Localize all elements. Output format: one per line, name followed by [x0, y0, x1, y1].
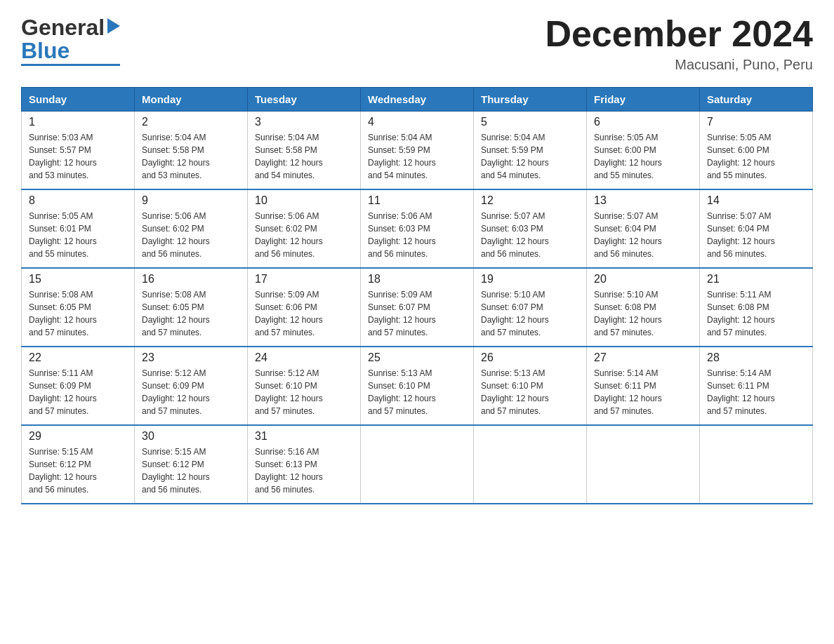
day-info: Sunrise: 5:13 AM Sunset: 6:10 PM Dayligh… [368, 367, 466, 417]
logo-blue-text: Blue [21, 39, 120, 62]
day-number: 25 [368, 351, 466, 364]
calendar-header-row: Sunday Monday Tuesday Wednesday Thursday… [22, 88, 813, 112]
calendar-day-cell: 12 Sunrise: 5:07 AM Sunset: 6:03 PM Dayl… [474, 189, 587, 268]
day-info: Sunrise: 5:14 AM Sunset: 6:11 PM Dayligh… [594, 367, 692, 417]
header-sunday: Sunday [22, 88, 135, 112]
day-info: Sunrise: 5:05 AM Sunset: 6:00 PM Dayligh… [594, 131, 692, 182]
day-info: Sunrise: 5:15 AM Sunset: 6:12 PM Dayligh… [29, 445, 127, 496]
calendar-day-cell [587, 425, 700, 504]
day-info: Sunrise: 5:13 AM Sunset: 6:10 PM Dayligh… [481, 367, 579, 417]
calendar-day-cell: 23 Sunrise: 5:12 AM Sunset: 6:09 PM Dayl… [135, 347, 248, 425]
calendar-day-cell: 16 Sunrise: 5:08 AM Sunset: 6:05 PM Dayl… [135, 268, 248, 347]
day-number: 19 [481, 273, 579, 286]
calendar-day-cell: 13 Sunrise: 5:07 AM Sunset: 6:04 PM Dayl… [587, 189, 700, 268]
day-info: Sunrise: 5:11 AM Sunset: 6:09 PM Dayligh… [29, 367, 127, 417]
location-text: Macusani, Puno, Peru [545, 57, 813, 73]
day-info: Sunrise: 5:07 AM Sunset: 6:03 PM Dayligh… [481, 210, 579, 260]
day-info: Sunrise: 5:16 AM Sunset: 6:13 PM Dayligh… [255, 445, 353, 496]
calendar-day-cell: 2 Sunrise: 5:04 AM Sunset: 5:58 PM Dayli… [135, 112, 248, 190]
calendar-day-cell: 27 Sunrise: 5:14 AM Sunset: 6:11 PM Dayl… [587, 347, 700, 425]
calendar-day-cell: 7 Sunrise: 5:05 AM Sunset: 6:00 PM Dayli… [700, 112, 813, 190]
day-number: 8 [29, 194, 127, 207]
day-number: 2 [142, 116, 240, 128]
day-info: Sunrise: 5:03 AM Sunset: 5:57 PM Dayligh… [29, 131, 127, 182]
day-info: Sunrise: 5:05 AM Sunset: 6:01 PM Dayligh… [29, 210, 127, 260]
calendar-day-cell: 10 Sunrise: 5:06 AM Sunset: 6:02 PM Dayl… [248, 189, 361, 268]
calendar-day-cell: 31 Sunrise: 5:16 AM Sunset: 6:13 PM Dayl… [248, 425, 361, 504]
calendar-day-cell: 20 Sunrise: 5:10 AM Sunset: 6:08 PM Dayl… [587, 268, 700, 347]
calendar-day-cell: 17 Sunrise: 5:09 AM Sunset: 6:06 PM Dayl… [248, 268, 361, 347]
calendar-day-cell: 24 Sunrise: 5:12 AM Sunset: 6:10 PM Dayl… [248, 347, 361, 425]
page-header: General Blue December 2024 Macusani, Pun… [21, 14, 813, 73]
month-title: December 2024 [545, 14, 813, 54]
calendar-table: Sunday Monday Tuesday Wednesday Thursday… [21, 87, 813, 504]
header-saturday: Saturday [700, 88, 813, 112]
header-friday: Friday [587, 88, 700, 112]
logo: General Blue [21, 14, 120, 66]
day-number: 20 [594, 273, 692, 286]
day-number: 9 [142, 194, 240, 207]
day-number: 5 [481, 116, 579, 128]
day-number: 22 [29, 351, 127, 364]
day-number: 13 [594, 194, 692, 207]
day-info: Sunrise: 5:07 AM Sunset: 6:04 PM Dayligh… [594, 210, 692, 260]
day-number: 31 [255, 430, 353, 443]
calendar-day-cell: 19 Sunrise: 5:10 AM Sunset: 6:07 PM Dayl… [474, 268, 587, 347]
day-number: 29 [29, 430, 127, 443]
calendar-week-row: 8 Sunrise: 5:05 AM Sunset: 6:01 PM Dayli… [22, 189, 813, 268]
day-number: 10 [255, 194, 353, 207]
calendar-day-cell: 9 Sunrise: 5:06 AM Sunset: 6:02 PM Dayli… [135, 189, 248, 268]
day-number: 3 [255, 116, 353, 128]
calendar-day-cell: 25 Sunrise: 5:13 AM Sunset: 6:10 PM Dayl… [361, 347, 474, 425]
day-info: Sunrise: 5:04 AM Sunset: 5:58 PM Dayligh… [142, 131, 240, 182]
day-number: 24 [255, 351, 353, 364]
header-tuesday: Tuesday [248, 88, 361, 112]
logo-general-text: General [21, 14, 105, 41]
day-info: Sunrise: 5:10 AM Sunset: 6:07 PM Dayligh… [481, 288, 579, 339]
day-info: Sunrise: 5:12 AM Sunset: 6:09 PM Dayligh… [142, 367, 240, 417]
calendar-week-row: 1 Sunrise: 5:03 AM Sunset: 5:57 PM Dayli… [22, 112, 813, 190]
calendar-day-cell [474, 425, 587, 504]
day-number: 23 [142, 351, 240, 364]
calendar-day-cell [361, 425, 474, 504]
day-info: Sunrise: 5:15 AM Sunset: 6:12 PM Dayligh… [142, 445, 240, 496]
calendar-day-cell: 26 Sunrise: 5:13 AM Sunset: 6:10 PM Dayl… [474, 347, 587, 425]
day-number: 30 [142, 430, 240, 443]
calendar-day-cell: 1 Sunrise: 5:03 AM Sunset: 5:57 PM Dayli… [22, 112, 135, 190]
day-number: 27 [594, 351, 692, 364]
calendar-day-cell: 6 Sunrise: 5:05 AM Sunset: 6:00 PM Dayli… [587, 112, 700, 190]
day-info: Sunrise: 5:08 AM Sunset: 6:05 PM Dayligh… [142, 288, 240, 339]
calendar-day-cell: 28 Sunrise: 5:14 AM Sunset: 6:11 PM Dayl… [700, 347, 813, 425]
calendar-week-row: 29 Sunrise: 5:15 AM Sunset: 6:12 PM Dayl… [22, 425, 813, 504]
day-info: Sunrise: 5:07 AM Sunset: 6:04 PM Dayligh… [707, 210, 805, 260]
calendar-day-cell: 8 Sunrise: 5:05 AM Sunset: 6:01 PM Dayli… [22, 189, 135, 268]
day-info: Sunrise: 5:14 AM Sunset: 6:11 PM Dayligh… [707, 367, 805, 417]
day-number: 6 [594, 116, 692, 128]
header-monday: Monday [135, 88, 248, 112]
calendar-day-cell: 21 Sunrise: 5:11 AM Sunset: 6:08 PM Dayl… [700, 268, 813, 347]
calendar-day-cell: 29 Sunrise: 5:15 AM Sunset: 6:12 PM Dayl… [22, 425, 135, 504]
day-info: Sunrise: 5:09 AM Sunset: 6:07 PM Dayligh… [368, 288, 466, 339]
calendar-day-cell: 11 Sunrise: 5:06 AM Sunset: 6:03 PM Dayl… [361, 189, 474, 268]
day-info: Sunrise: 5:06 AM Sunset: 6:02 PM Dayligh… [255, 210, 353, 260]
day-number: 7 [707, 116, 805, 128]
calendar-day-cell: 15 Sunrise: 5:08 AM Sunset: 6:05 PM Dayl… [22, 268, 135, 347]
day-number: 16 [142, 273, 240, 286]
calendar-week-row: 22 Sunrise: 5:11 AM Sunset: 6:09 PM Dayl… [22, 347, 813, 425]
calendar-day-cell: 14 Sunrise: 5:07 AM Sunset: 6:04 PM Dayl… [700, 189, 813, 268]
calendar-day-cell: 22 Sunrise: 5:11 AM Sunset: 6:09 PM Dayl… [22, 347, 135, 425]
calendar-day-cell: 30 Sunrise: 5:15 AM Sunset: 6:12 PM Dayl… [135, 425, 248, 504]
day-info: Sunrise: 5:08 AM Sunset: 6:05 PM Dayligh… [29, 288, 127, 339]
day-info: Sunrise: 5:04 AM Sunset: 5:59 PM Dayligh… [481, 131, 579, 182]
logo-triangle-icon [107, 18, 120, 34]
calendar-day-cell: 18 Sunrise: 5:09 AM Sunset: 6:07 PM Dayl… [361, 268, 474, 347]
day-info: Sunrise: 5:05 AM Sunset: 6:00 PM Dayligh… [707, 131, 805, 182]
calendar-day-cell [700, 425, 813, 504]
day-number: 15 [29, 273, 127, 286]
day-info: Sunrise: 5:10 AM Sunset: 6:08 PM Dayligh… [594, 288, 692, 339]
day-number: 14 [707, 194, 805, 207]
day-number: 17 [255, 273, 353, 286]
day-number: 18 [368, 273, 466, 286]
day-info: Sunrise: 5:04 AM Sunset: 5:59 PM Dayligh… [368, 131, 466, 182]
day-number: 11 [368, 194, 466, 207]
